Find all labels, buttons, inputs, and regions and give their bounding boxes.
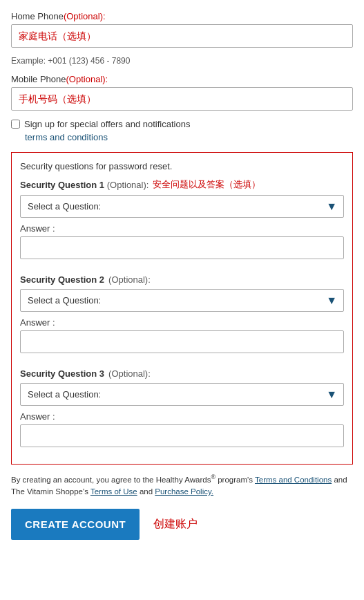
- q1-hint-cn: 安全问题以及答案（选填）: [153, 178, 260, 191]
- special-offers-label: Sign up for special offers and notificat…: [24, 119, 190, 129]
- q3-answer-label: Answer :: [20, 411, 344, 422]
- terms-conditions-legal-link[interactable]: Terms and Conditions: [255, 476, 332, 484]
- home-phone-example: Example: +001 (123) 456 - 7890: [11, 56, 353, 66]
- home-phone-group: Home Phone(Optional):: [11, 11, 353, 48]
- q3-select-wrapper: Select a Question: ▼: [20, 383, 344, 406]
- security-question-3-block: Security Question 3 (Optional): Select a…: [20, 368, 344, 450]
- terms-conditions-link[interactable]: terms and conditions: [25, 132, 353, 142]
- purchase-policy-link[interactable]: Purchase Policy.: [155, 487, 213, 496]
- special-offers-row: Sign up for special offers and notificat…: [11, 119, 353, 129]
- q1-label-text: Security Question 1 (Optional):: [20, 180, 149, 190]
- mobile-phone-input[interactable]: [11, 87, 353, 111]
- q2-select-wrapper: Select a Question: ▼: [20, 289, 344, 312]
- legal-text: By creating an account, you agree to the…: [11, 473, 353, 498]
- q2-answer-label: Answer :: [20, 317, 344, 328]
- security-question-1-block: Security Question 1 (Optional): 安全问题以及答案…: [20, 178, 344, 269]
- create-account-row: CREATE ACCOUNT 创建账户: [11, 509, 353, 540]
- create-account-button[interactable]: CREATE ACCOUNT: [11, 509, 140, 540]
- q3-select[interactable]: Select a Question:: [20, 383, 344, 406]
- create-account-cn-label: 创建账户: [153, 517, 198, 532]
- q2-select[interactable]: Select a Question:: [20, 289, 344, 312]
- q2-answer-input[interactable]: [20, 330, 344, 353]
- terms-of-use-link[interactable]: Terms of Use: [90, 487, 137, 496]
- special-offers-checkbox[interactable]: [11, 120, 20, 129]
- mobile-phone-group: Mobile Phone(Optional):: [11, 74, 353, 111]
- q1-answer-label: Answer :: [20, 223, 344, 234]
- q1-answer-input[interactable]: [20, 236, 344, 259]
- q1-select-wrapper: Select a Question: ▼: [20, 195, 344, 218]
- q1-select[interactable]: Select a Question:: [20, 195, 344, 218]
- mobile-phone-label: Mobile Phone(Optional):: [11, 74, 353, 84]
- home-phone-input[interactable]: [11, 24, 353, 48]
- q3-answer-input[interactable]: [20, 424, 344, 447]
- security-question-2-block: Security Question 2 (Optional): Select a…: [20, 274, 344, 363]
- security-questions-box: Security questions for password reset. S…: [11, 152, 353, 465]
- security-intro-text: Security questions for password reset.: [20, 161, 344, 171]
- home-phone-label: Home Phone(Optional):: [11, 11, 353, 21]
